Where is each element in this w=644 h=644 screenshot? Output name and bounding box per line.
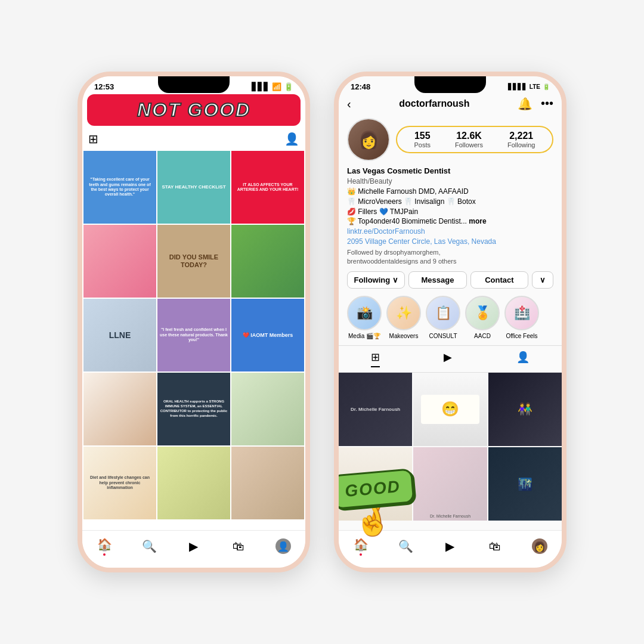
grid-cell-7[interactable]: LLNE bbox=[83, 299, 156, 371]
message-button[interactable]: Message bbox=[408, 271, 466, 289]
highlight-office[interactable]: 🏥 Office Feels bbox=[504, 296, 539, 339]
ig-post-6[interactable]: 🌃 bbox=[488, 447, 562, 521]
grid-icon-left[interactable]: ⊞ bbox=[88, 132, 98, 146]
nav-reels-right[interactable]: ▶ bbox=[442, 538, 458, 554]
left-phone: 12:53 ▋▋▋ 📶 🔋 NOT GOOD ⊞ 👤 "Taking excel… bbox=[78, 72, 310, 572]
ig-profile-section: 👩 155 Posts 12.6K Followers 2,221 Follow… bbox=[339, 114, 562, 345]
profile-icon-left[interactable]: 👤 bbox=[284, 132, 299, 146]
ig-action-row: Following ∨ Message Contact ∨ bbox=[347, 271, 553, 289]
grid-cell-8[interactable]: "I feel fresh and confident when I use t… bbox=[157, 299, 230, 371]
time-right: 12:48 bbox=[351, 82, 370, 91]
more-icon[interactable]: ••• bbox=[541, 97, 553, 111]
nav-shop-right[interactable]: 🛍 bbox=[487, 538, 503, 554]
grid-cell-14[interactable] bbox=[157, 447, 230, 519]
grid-cell-10[interactable] bbox=[83, 373, 156, 445]
highlight-consult[interactable]: 📋 CONSULT bbox=[426, 296, 460, 339]
grid-cell-2[interactable]: STAY HEALTHY CHECKLIST bbox=[157, 151, 230, 224]
grid-cell-9[interactable]: ❤️ IAOMT Members bbox=[231, 299, 304, 371]
posts-count: 155 Posts bbox=[414, 131, 431, 148]
time-left: 12:53 bbox=[94, 82, 114, 91]
not-good-text: NOT GOOD bbox=[99, 99, 289, 121]
more-options-button[interactable]: ∨ bbox=[532, 271, 553, 289]
nav-shop-left[interactable]: 🛍 bbox=[231, 538, 246, 554]
nav-search-left[interactable]: 🔍 bbox=[141, 538, 157, 554]
ig-stats-row: 👩 155 Posts 12.6K Followers 2,221 Follow… bbox=[347, 118, 553, 161]
grid-cell-3[interactable]: IT ALSO AFFECTS YOUR ARTERIES AND YOUR H… bbox=[231, 151, 304, 224]
ig-highlights: 📸 Media 🎬🏆 ✨ Makeovers 📋 CONSULT 🏅 AACD … bbox=[347, 292, 553, 342]
bad-header: ⊞ 👤 bbox=[82, 129, 305, 151]
bottom-nav-left: 🏠 🔍 ▶ 🛍 👤 bbox=[82, 530, 305, 568]
grid-cell-15[interactable] bbox=[231, 447, 304, 519]
ig-post-1[interactable]: Dr. Michelle Farnoush bbox=[339, 373, 412, 446]
notch bbox=[158, 76, 230, 93]
tab-reels[interactable]: ▶ bbox=[444, 351, 452, 367]
contact-button[interactable]: Contact bbox=[470, 271, 528, 289]
nav-profile-left[interactable]: 👤 bbox=[275, 538, 291, 554]
back-icon[interactable]: ‹ bbox=[347, 97, 351, 111]
ig-username: doctorfarnoush bbox=[399, 98, 469, 109]
tab-grid[interactable]: ⊞ bbox=[371, 351, 380, 367]
grid-cell-13[interactable]: Diet and lifestyle changes can help prev… bbox=[83, 447, 156, 519]
nav-home-left[interactable]: 🏠 bbox=[97, 537, 112, 556]
ig-counts: 155 Posts 12.6K Followers 2,221 Followin… bbox=[396, 126, 553, 153]
ig-header: ‹ doctorfarnoush 🔔 ••• bbox=[339, 94, 562, 114]
following-button[interactable]: Following ∨ bbox=[347, 271, 405, 289]
highlight-media[interactable]: 📸 Media 🎬🏆 bbox=[347, 296, 382, 339]
good-sticker-text: GOOD bbox=[334, 468, 414, 510]
nav-search-right[interactable]: 🔍 bbox=[398, 538, 413, 554]
notification-icon[interactable]: 🔔 bbox=[518, 97, 532, 111]
good-sticker: GOOD 🤞 bbox=[334, 472, 413, 538]
notch-right bbox=[414, 76, 486, 93]
avatar: 👩 bbox=[347, 118, 390, 161]
following-count: 2,221 Following bbox=[507, 131, 535, 148]
nav-home-right[interactable]: 🏠 bbox=[353, 537, 369, 556]
ig-tabs: ⊞ ▶ 👤 bbox=[339, 345, 562, 373]
grid-cell-4[interactable] bbox=[83, 225, 156, 298]
grid-cell-11[interactable]: ORAL HEALTH supports a STRONG IMMUNE SYS… bbox=[157, 373, 230, 445]
grid-cell-5[interactable]: DID YOU SMILE TODAY? bbox=[157, 225, 230, 298]
status-icons-left: ▋▋▋ 📶 🔋 bbox=[252, 82, 293, 91]
ig-post-5[interactable]: Dr. Michelle Farnoush bbox=[413, 447, 487, 521]
ig-post-2[interactable]: 😁 bbox=[413, 373, 487, 446]
highlight-aacd[interactable]: 🏅 AACD bbox=[465, 296, 500, 339]
ig-post-3[interactable]: 👫 bbox=[488, 373, 562, 446]
grid-cell-1[interactable]: "Taking excellent care of your teeth and… bbox=[83, 151, 156, 224]
post-grid-left: "Taking excellent care of your teeth and… bbox=[82, 151, 305, 519]
followers-count: 12.6K Followers bbox=[455, 131, 483, 148]
grid-cell-6[interactable] bbox=[231, 225, 304, 298]
right-phone: 12:48 ▋▋▋▋ LTE 🔋 ‹ doctorfarnoush 🔔 ••• … bbox=[334, 72, 566, 572]
nav-reels-left[interactable]: ▶ bbox=[186, 538, 202, 554]
highlight-makeovers[interactable]: ✨ Makeovers bbox=[386, 296, 421, 339]
ig-bio: Las Vegas Cosmetic Dentist Health/Beauty… bbox=[347, 166, 553, 267]
grid-cell-12[interactable] bbox=[231, 373, 304, 445]
tab-tagged[interactable]: 👤 bbox=[516, 351, 530, 367]
not-good-banner: NOT GOOD bbox=[87, 94, 301, 126]
nav-profile-right[interactable]: 👩 bbox=[532, 538, 547, 554]
